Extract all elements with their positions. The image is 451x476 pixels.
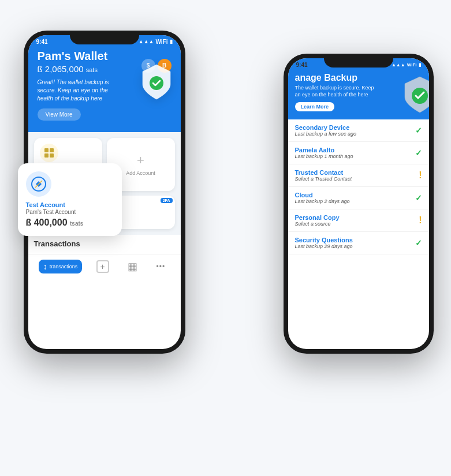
- right-time: 9:41: [296, 62, 308, 68]
- backup-list: Secondary Device Last backup a few sec a…: [288, 119, 429, 254]
- regular-account-icon: [40, 144, 58, 162]
- backup-item-secondary[interactable]: Secondary Device Last backup a few sec a…: [288, 119, 429, 142]
- wifi-icon: WiFi: [155, 39, 167, 45]
- backup-item-personal[interactable]: Personal Copy Select a source !: [288, 209, 429, 232]
- svg-rect-1: [44, 148, 49, 152]
- left-phone-notch: [70, 31, 139, 44]
- backup-item-cloud-text: Cloud Last backup 2 days ago: [295, 192, 415, 204]
- svg-point-0: [150, 76, 163, 90]
- popup-name: Pam's Test Account: [26, 209, 114, 215]
- security-questions-sub: Last backup 29 days ago: [295, 243, 415, 249]
- add-plus-icon: +: [137, 153, 144, 168]
- transactions-icon: ↕: [43, 262, 47, 271]
- secondary-device-sub: Last backup a few sec ago: [295, 131, 415, 137]
- pamela-sub: Last backup 1 month ago: [295, 153, 415, 159]
- right-phone-screen: 9:41 ▲▲▲ WiFi ▮ anage Backup The wallet …: [288, 58, 429, 349]
- cloud-name: Cloud: [295, 192, 415, 198]
- backup-item-security-text: Security Questions Last backup 29 days a…: [295, 237, 415, 249]
- scene: 9:41 ▲▲▲ WiFi ▮ $ B Pam's Wallet ß 2,065…: [6, 8, 445, 469]
- wallet-message: Great!! The wallet backup is secure. Kee…: [38, 78, 113, 103]
- two-fa-badge: 2FA: [161, 198, 173, 203]
- nav-more[interactable]: •••: [152, 260, 170, 273]
- backup-item-trusted[interactable]: Trusted Contact Select a Trusted Contact…: [288, 164, 429, 187]
- trusted-warn-icon: !: [419, 170, 422, 181]
- svg-rect-2: [50, 148, 54, 152]
- popup-icon: [26, 171, 51, 197]
- backup-item-cloud[interactable]: Cloud Last backup 2 days ago ✓: [288, 187, 429, 209]
- right-wifi-icon: WiFi: [407, 62, 417, 68]
- cloud-sub: Last backup 2 days ago: [295, 198, 415, 204]
- security-questions-name: Security Questions: [295, 237, 415, 243]
- nav-add[interactable]: +: [92, 258, 114, 275]
- left-time: 9:41: [36, 39, 48, 45]
- security-check-icon: ✓: [415, 238, 422, 248]
- nav-transactions[interactable]: ↕ transactions: [39, 260, 83, 273]
- backup-header: anage Backup The wallet backup is secure…: [288, 69, 429, 119]
- personal-copy-name: Personal Copy: [295, 214, 419, 221]
- popup-balance: ß 400,000 tsats: [26, 218, 114, 228]
- qr-icon: ▦: [128, 260, 137, 273]
- learn-more-button[interactable]: Learn More: [295, 102, 335, 111]
- right-phone: 9:41 ▲▲▲ WiFi ▮ anage Backup The wallet …: [284, 54, 434, 354]
- nav-qr[interactable]: ▦: [123, 258, 142, 275]
- wallet-header: $ B Pam's Wallet ß 2,065,000 sats Great!…: [28, 46, 181, 132]
- backup-item-trusted-text: Trusted Contact Select a Trusted Contact: [295, 169, 419, 182]
- trusted-contact-name: Trusted Contact: [295, 169, 419, 176]
- popup-card: Test Account Pam's Test Account ß 400,00…: [18, 163, 122, 236]
- backup-item-pamela-text: Pamela Aalto Last backup 1 month ago: [295, 147, 415, 159]
- svg-rect-4: [50, 153, 54, 158]
- backup-item-security[interactable]: Security Questions Last backup 29 days a…: [288, 232, 429, 254]
- backup-item-secondary-text: Secondary Device Last backup a few sec a…: [295, 124, 415, 137]
- right-shield: [402, 75, 429, 114]
- left-status-icons: ▲▲▲ WiFi ▮: [139, 39, 173, 45]
- view-more-button[interactable]: View More: [38, 108, 81, 121]
- add-nav-icon: +: [96, 260, 109, 273]
- bottom-nav: ↕ transactions + ▦ •••: [28, 254, 181, 280]
- pamela-name: Pamela Aalto: [295, 147, 415, 153]
- svg-rect-3: [44, 153, 49, 158]
- popup-title: Test Account: [26, 201, 114, 208]
- backup-item-pamela[interactable]: Pamela Aalto Last backup 1 month ago ✓: [288, 142, 429, 164]
- backup-subtitle: The wallet backup is secure. Keep an eye…: [295, 84, 376, 99]
- personal-warn-icon: !: [419, 215, 422, 226]
- right-phone-notch: [324, 54, 393, 68]
- more-icon: •••: [156, 263, 166, 271]
- secondary-check-icon: ✓: [415, 126, 422, 135]
- right-shield-svg: [402, 75, 429, 114]
- nav-transactions-label: transactions: [50, 264, 78, 269]
- right-status-icons: ▲▲▲ WiFi ▮: [392, 62, 421, 68]
- secondary-device-name: Secondary Device: [295, 124, 415, 131]
- shield-badge: [140, 63, 173, 100]
- right-signal-icon: ▲▲▲: [392, 62, 405, 68]
- personal-copy-sub: Select a source: [295, 221, 419, 227]
- transactions-title: Transactions: [34, 239, 175, 248]
- battery-icon: ▮: [170, 39, 173, 44]
- shield-svg: [140, 63, 173, 100]
- cloud-check-icon: ✓: [415, 193, 422, 203]
- trusted-contact-sub: Select a Trusted Contact: [295, 176, 419, 182]
- right-battery-icon: ▮: [419, 62, 421, 68]
- test-account-icon: [31, 176, 47, 192]
- grid-icon: [43, 147, 55, 159]
- backup-item-personal-text: Personal Copy Select a source: [295, 214, 419, 227]
- transactions-section: Transactions: [28, 235, 181, 254]
- pamela-check-icon: ✓: [415, 148, 422, 158]
- add-account-label: Add Account: [126, 170, 155, 176]
- signal-icon: ▲▲▲: [139, 39, 154, 44]
